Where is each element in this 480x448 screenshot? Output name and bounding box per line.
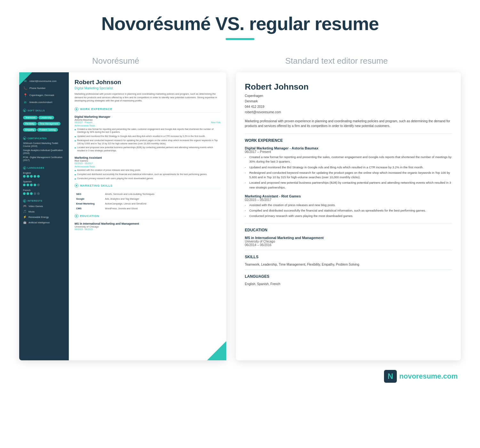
novo-work-title: ◆ WORK EXPERIENCE [75,107,220,113]
skill-detail: Ahrefs, Semrush and Link-building Techni… [103,192,220,196]
work-bullet: Updated and monitored the Bid Strategy i… [75,135,220,138]
novoresume-label: Novorésumé [92,56,139,66]
std-edu-dates: 06/2014 – 06/2016 [245,243,452,247]
novo-sidebar: ✉ robert@novoresume.com 📞 Phone Number 📍… [19,72,69,360]
work-company: Astoria Baumax [75,118,220,121]
std-edu-entry: MS in International Marketing and Manage… [245,236,452,247]
lang-name: English [23,172,65,174]
lang-dot [37,175,40,178]
std-bullet: Compiled and distributed successfully th… [245,208,452,213]
work-bullet: Located and proposed new potential busin… [75,146,220,152]
interest-icon: 🎵 [23,210,27,214]
std-work-entry: Digital Marketing Manager - Astoria Baum… [245,146,452,190]
skill-tag: Teamwork [23,116,38,119]
work-subtitle: Achievements/Tasks [75,165,220,168]
divider-4 [245,269,452,270]
lang-item: French [23,189,65,195]
novo-main: Robert Johnson Digital Marketing Special… [69,72,226,360]
location-text: Copenhagen, Denmark [29,94,54,97]
lang-dot [37,192,40,195]
work-role: Digital Marketing Manager [75,115,220,118]
skills-container: TeamworkLeadershipFlexibilityTime Manage… [23,114,65,132]
skill-detail: ActiveCampaign, Litmus and SendGrid [103,201,220,206]
edu-icon: ◆ [75,214,78,218]
edu-school: University of Chicago [75,225,220,228]
contact-location: 📍 Copenhagen, Denmark [23,93,65,97]
novo-summary: Marketing professional with proven exper… [75,92,220,103]
linkedin-text: linkedin.com/in/robert [29,101,52,104]
std-bullet: Located and proposed new potential busin… [245,180,452,190]
work-bullet: Conducted primary research with users pl… [75,177,220,180]
skill-row: Email Marketing ActiveCampaign, Litmus a… [75,201,220,206]
page-wrapper: Novorésumé VS. regular resume Novorésumé… [0,0,480,402]
novo-job-title: Digital Marketing Specialist [75,86,220,90]
interest-text: Renewable Energy [28,216,49,219]
interest-item: 🤖 Artificial Intelligence [23,221,65,225]
std-edu-container: MS in International Marketing and Manage… [245,236,452,247]
std-skills-title: SKILLS [245,255,452,260]
cert-icon: ◆ [23,137,26,140]
cert-item: SEMrush Content Marketing Toolkit Course… [23,142,65,148]
std-dates: 06/2017 – Present [245,150,452,154]
interests-icon: ◆ [23,199,26,203]
divider-3 [245,250,452,250]
footer-logo: N novoresume.com [384,370,458,383]
work-role: Marketing Assistant [75,156,220,159]
standard-card: Robert Johnson CopenhagenDenmark044 412 … [236,72,461,360]
linkedin-icon: in [23,100,28,104]
std-work-entry: Marketing Assistant - Riot Games 02/2015… [245,194,452,219]
std-bullet: Created a new format for reporting and p… [245,155,452,164]
std-lang-title: LANGUAGES [245,274,452,280]
skill-detail: Ads, Analytics and Tag Manager [103,196,220,201]
contact-email: ✉ robert@novoresume.com [23,79,65,83]
interest-text: Artificial Intelligence [28,221,50,224]
phone-text: Phone Number [29,87,45,90]
std-bullet: Redesigned and conducted keyword researc… [245,171,452,180]
certificates-title: ◆ CERTIFICATES [23,137,65,140]
page-title: Novorésumé VS. regular resume [19,13,461,34]
divider-2 [245,223,452,223]
interest-icon: ⚡ [23,215,27,219]
lang-dot [23,184,26,186]
interest-item: 🎵 Music [23,210,65,214]
lang-dot [23,192,26,195]
lang-dot [30,184,33,186]
phone-icon: 📞 [23,86,28,90]
interests-title: ◆ INTERESTS [23,199,65,203]
std-dates: 02/2015 – 05/2017 [245,198,452,202]
lang-dot [30,175,33,178]
std-role: Marketing Assistant - Riot Games [245,194,452,198]
work-location: New York [211,121,220,124]
interest-text: Video Games [28,205,43,208]
contact-phone: 📞 Phone Number [23,86,65,90]
skill-tag: Problem Solving [37,128,58,132]
std-work-title: WORK EXPERIENCE [245,138,452,144]
std-bullet: Updated and monitored the Bid Strategy i… [245,165,452,170]
lang-dot [27,175,29,178]
work-entry: Marketing Assistant Riot Games 02/2015 -… [75,156,220,180]
std-jobs-container: Digital Marketing Manager - Astoria Baum… [245,146,452,219]
work-bullet: Created a new format for reporting and p… [75,128,220,134]
cert-item: Google Analytics Individual Qualificatio… [23,149,65,155]
work-subtitle: Achievements/Tasks [75,124,220,127]
lang-dots [23,184,65,186]
std-bullet: Conducted primary research with users pl… [245,214,452,218]
std-contact-line: Copenhagen [245,93,452,99]
edu-degree: MS in International Marketing and Manage… [75,222,220,225]
mktg-icon: ◆ [75,184,78,188]
soft-skills-title: ◆ SOFT SKILLS [23,109,65,112]
skill-tag: Leadership [38,116,54,119]
lang-dot [27,184,29,186]
std-contact: CopenhagenDenmark044 412 2019robert@novo… [245,93,452,115]
lang-dot [37,184,40,186]
work-company: Riot Games [75,159,220,162]
email-text: robert@novoresume.com [29,80,57,83]
cert-item: PCM - Digital Management Certification (… [23,156,65,162]
skill-name: CMS [75,206,103,211]
lang-icon: ◆ [23,166,26,170]
work-dates: 02/2015 - 05/2017 [75,162,93,164]
std-role: Digital Marketing Manager - Astoria Baum… [245,146,452,150]
lang-item: English [23,172,65,178]
work-dates: 06/2017 - Present [75,121,92,124]
interest-icon: 🤖 [23,221,27,225]
